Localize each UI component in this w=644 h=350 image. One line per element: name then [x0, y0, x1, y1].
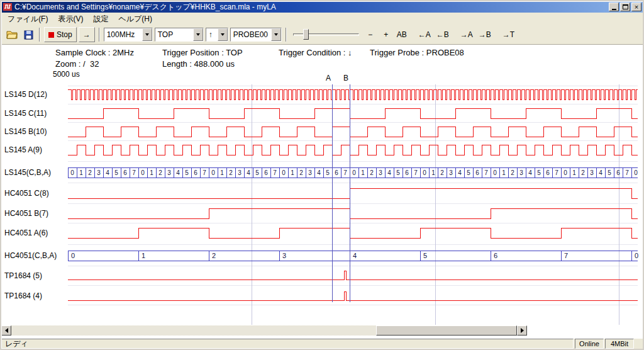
goto-trigger-button[interactable]: →T — [501, 28, 516, 42]
statusbar-spacer — [635, 339, 643, 349]
save-button[interactable] — [21, 28, 35, 42]
svg-text:7: 7 — [273, 169, 277, 176]
menu-file[interactable]: ファイル(F) — [3, 12, 53, 26]
horizontal-scrollbar[interactable] — [1, 325, 527, 336]
svg-text:1: 1 — [291, 169, 294, 176]
menubar: ファイル(F) 表示(V) 設定 ヘルプ(H) — [1, 13, 643, 25]
channel-label: HC4051(C,B,A) — [4, 251, 57, 260]
trigger-position-select[interactable]: TOP — [155, 28, 204, 42]
svg-text:3: 3 — [590, 169, 594, 176]
goto-a-left-button[interactable]: ←A — [416, 28, 433, 42]
svg-text:5: 5 — [326, 169, 330, 176]
svg-text:5: 5 — [185, 169, 189, 176]
status-ready: レディ — [1, 339, 574, 349]
svg-text:7: 7 — [625, 169, 629, 176]
channel-label: HC4051 A(6) — [4, 229, 48, 237]
toolbar: Stop → 100MHz TOP ↑ PROBE00 − + AB ←A ←B — [1, 25, 643, 45]
svg-text:3: 3 — [282, 252, 286, 259]
svg-text:0: 0 — [634, 169, 638, 176]
triangle-right-icon — [521, 328, 524, 333]
slider-thumb[interactable] — [303, 29, 309, 40]
scroll-right-button[interactable] — [517, 325, 527, 336]
svg-text:6: 6 — [494, 252, 497, 259]
close-button[interactable]: × — [631, 3, 641, 11]
svg-text:3: 3 — [97, 169, 101, 176]
toolbar-separator — [39, 28, 40, 42]
chevron-down-icon[interactable] — [193, 28, 203, 41]
trigger-edge-select[interactable]: ↑ — [206, 28, 228, 42]
app-window: C:¥Documents and Settings¥noname¥デスクトップ¥… — [0, 0, 644, 350]
channel-label: LS145 D(12) — [4, 90, 47, 99]
minimize-icon — [612, 9, 616, 10]
svg-text:5: 5 — [608, 169, 611, 176]
goto-b-right-button[interactable]: →B — [477, 28, 493, 42]
svg-text:0: 0 — [141, 169, 145, 176]
scrollbar-thumb[interactable] — [376, 325, 517, 336]
svg-text:4: 4 — [106, 169, 109, 176]
channel-label: TP1684 (5) — [4, 271, 42, 280]
svg-text:6: 6 — [616, 169, 620, 176]
maximize-button[interactable] — [620, 3, 630, 11]
svg-text:1: 1 — [361, 169, 365, 176]
sample-clock-select[interactable]: 100MHz — [104, 28, 153, 42]
svg-text:6: 6 — [475, 169, 479, 176]
info-zoom: Zoom : / 32 — [55, 59, 99, 69]
chevron-down-icon[interactable] — [218, 28, 228, 41]
svg-text:4: 4 — [387, 169, 391, 176]
svg-text:3: 3 — [519, 169, 523, 176]
svg-text:3: 3 — [308, 169, 312, 176]
svg-text:5: 5 — [467, 169, 470, 176]
chevron-down-icon[interactable] — [271, 28, 281, 41]
svg-text:5: 5 — [423, 252, 427, 259]
trigger-position-value: TOP — [155, 28, 193, 41]
window-title: C:¥Documents and Settings¥noname¥デスクトップ¥… — [14, 2, 608, 13]
svg-text:6: 6 — [123, 169, 127, 176]
channel-label: HC4051 B(7) — [4, 209, 48, 218]
toolbar-separator — [286, 28, 287, 42]
svg-text:1: 1 — [142, 252, 145, 259]
open-button[interactable] — [4, 28, 19, 42]
floppy-icon — [24, 30, 33, 40]
cursor-a-label[interactable]: A — [326, 74, 331, 82]
svg-text:4: 4 — [528, 169, 532, 176]
chevron-down-icon[interactable] — [142, 28, 152, 41]
channel-label: LS145 A(9) — [4, 145, 42, 154]
waveform-area[interactable]: 0123456701234567012345670123456701234567… — [0, 69, 644, 326]
svg-text:1: 1 — [431, 169, 435, 176]
zoom-in-button[interactable]: + — [379, 28, 393, 42]
probe-select[interactable]: PROBE00 — [230, 28, 282, 42]
svg-text:7: 7 — [414, 169, 418, 176]
svg-text:7: 7 — [132, 169, 136, 176]
menu-settings[interactable]: 設定 — [88, 12, 113, 26]
svg-text:2: 2 — [229, 169, 233, 176]
svg-text:2: 2 — [158, 169, 162, 176]
toolbar-separator — [99, 28, 100, 42]
svg-text:5: 5 — [255, 169, 259, 176]
svg-text:2: 2 — [511, 169, 514, 176]
stop-button[interactable]: Stop — [44, 27, 77, 42]
svg-text:6: 6 — [335, 169, 338, 176]
svg-text:3: 3 — [167, 169, 171, 176]
goto-b-left-button[interactable]: ←B — [435, 28, 451, 42]
svg-text:6: 6 — [405, 169, 409, 176]
svg-text:0: 0 — [352, 169, 356, 176]
titlebar[interactable]: C:¥Documents and Settings¥noname¥デスクトップ¥… — [1, 1, 643, 13]
app-icon — [3, 3, 12, 11]
menu-view[interactable]: 表示(V) — [53, 12, 88, 26]
cursor-b-label[interactable]: B — [343, 74, 348, 82]
minimize-button[interactable] — [609, 3, 619, 11]
svg-text:4: 4 — [176, 169, 180, 176]
scroll-left-button[interactable] — [1, 325, 11, 336]
svg-text:4: 4 — [247, 169, 250, 176]
menu-help[interactable]: ヘルプ(H) — [113, 12, 157, 26]
svg-text:4: 4 — [599, 169, 602, 176]
svg-text:6: 6 — [194, 169, 197, 176]
svg-text:0: 0 — [635, 252, 638, 259]
zoom-out-button[interactable]: − — [364, 28, 377, 42]
ab-button[interactable]: AB — [395, 28, 409, 42]
zoom-slider[interactable] — [293, 28, 359, 42]
svg-text:4: 4 — [353, 252, 357, 259]
svg-text:1: 1 — [502, 169, 506, 176]
run-button[interactable]: → — [79, 27, 95, 42]
goto-a-right-button[interactable]: →A — [458, 28, 475, 42]
